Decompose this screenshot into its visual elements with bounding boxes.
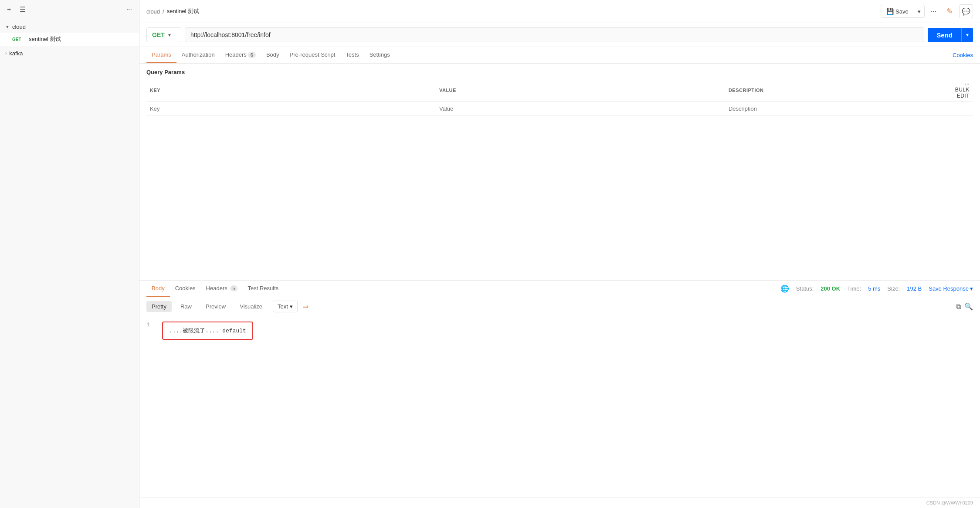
footer: CSDN @WWWh0209 — [139, 497, 980, 508]
response-tab-body[interactable]: Body — [146, 281, 170, 297]
method-chevron-icon: ▾ — [168, 32, 171, 38]
size-label: Size: — [887, 285, 900, 292]
size-value: 192 B — [907, 285, 922, 292]
add-button[interactable]: + — [5, 4, 13, 15]
tab-params[interactable]: Params — [146, 47, 176, 63]
code-content-box: ....被限流了.... default — [162, 322, 253, 340]
tab-headers[interactable]: Headers6 — [220, 47, 261, 63]
status-value: 200 OK — [821, 285, 840, 292]
sidebar-item-sentinel-label: sentinel 测试 — [29, 35, 61, 43]
params-area: Query Params KEY VALUE DESCRIPTION ··· B… — [139, 64, 980, 280]
save-dropdown-button[interactable]: ▾ — [914, 6, 924, 17]
time-label: Time: — [847, 285, 861, 292]
time-value: 5 ms — [868, 285, 880, 292]
line-number: 1 — [146, 322, 155, 340]
topbar: cloud / sentinel 测试 💾 Save ▾ ··· ✎ 💬 — [139, 0, 980, 23]
filter-button[interactable]: ☰ — [18, 3, 27, 15]
response-tab-headers[interactable]: Headers 5 — [201, 281, 243, 297]
send-button[interactable]: Send — [928, 28, 961, 42]
sidebar-toolbar: + ☰ ··· — [0, 0, 139, 19]
send-dropdown-button[interactable]: ▾ — [961, 28, 973, 41]
chevron-right-icon: › — [5, 51, 7, 56]
col-header-actions: ··· Bulk Edit — [947, 79, 973, 102]
response-tabs: Body Cookies Headers 5 Test Results 🌐 St… — [139, 281, 980, 297]
params-section: Query Params KEY VALUE DESCRIPTION ··· B… — [139, 64, 980, 116]
edit-button[interactable]: ✎ — [943, 4, 956, 18]
sidebar-group-kafka-label: kafka — [9, 50, 23, 57]
status-label: Status: — [796, 285, 814, 292]
format-tab-pretty[interactable]: Pretty — [146, 301, 172, 312]
format-actions: ⧉ 🔍 — [956, 302, 973, 311]
breadcrumb-sep: / — [163, 8, 164, 15]
breadcrumb-current: sentinel 测试 — [167, 7, 199, 15]
params-table: KEY VALUE DESCRIPTION ··· Bulk Edit — [146, 79, 973, 116]
col-header-value: VALUE — [436, 79, 725, 102]
more-actions-button[interactable]: ··· — [927, 6, 940, 17]
chevron-down-icon: ▼ — [5, 24, 10, 29]
tab-authorization[interactable]: Authorization — [176, 47, 220, 63]
request-tabs: Params Authorization Headers6 Body Pre-r… — [139, 47, 980, 64]
col-header-key: KEY — [146, 79, 436, 102]
url-input[interactable] — [185, 27, 924, 42]
topbar-actions: 💾 Save ▾ ··· ✎ 💬 — [881, 4, 973, 18]
sidebar-group-kafka[interactable]: › kafka — [0, 47, 139, 59]
save-button[interactable]: 💾 Save — [881, 5, 914, 17]
col-header-description: DESCRIPTION — [725, 79, 947, 102]
code-text: ....被限流了.... default — [169, 328, 246, 334]
format-tab-visualize[interactable]: Visualize — [234, 301, 268, 312]
breadcrumb-parent: cloud — [146, 8, 160, 15]
code-line-1: 1 ....被限流了.... default — [146, 322, 973, 340]
footer-text: CSDN @WWWh0209 — [926, 500, 973, 505]
params-more-icon[interactable]: ··· — [965, 81, 970, 87]
method-label: GET — [152, 31, 165, 38]
save-response-button[interactable]: Save Response ▾ — [929, 285, 973, 292]
sidebar: + ☰ ··· ▼ cloud GET sentinel 测试 › kafka — [0, 0, 139, 508]
tab-settings[interactable]: Settings — [364, 47, 395, 63]
method-badge-get: GET — [12, 37, 25, 42]
key-input[interactable] — [150, 105, 432, 112]
format-tab-preview[interactable]: Preview — [200, 301, 231, 312]
chat-button[interactable]: 💬 — [959, 4, 973, 18]
value-input[interactable] — [439, 105, 722, 112]
save-button-group: 💾 Save ▾ — [881, 5, 925, 18]
headers-badge: 6 — [248, 52, 256, 58]
main-content: cloud / sentinel 测试 💾 Save ▾ ··· ✎ 💬 GET… — [139, 0, 980, 508]
response-headers-badge: 5 — [230, 285, 237, 291]
sidebar-more-button[interactable]: ··· — [125, 4, 134, 15]
table-row — [146, 102, 973, 116]
bulk-edit-button[interactable]: Bulk Edit — [955, 87, 970, 99]
tab-body[interactable]: Body — [261, 47, 285, 63]
format-bar: Pretty Raw Preview Visualize Text ▾ ⇒ ⧉ … — [139, 297, 980, 316]
url-bar: GET ▾ Send ▾ — [139, 23, 980, 47]
format-tab-raw[interactable]: Raw — [175, 301, 197, 312]
response-tab-testresults[interactable]: Test Results — [243, 281, 284, 297]
response-status: 🌐 Status: 200 OK Time: 5 ms Size: 192 B … — [780, 284, 973, 293]
tab-prerequest[interactable]: Pre-request Script — [285, 47, 341, 63]
query-params-title: Query Params — [146, 69, 973, 75]
sidebar-item-sentinel[interactable]: GET sentinel 测试 — [0, 33, 139, 46]
code-area: 1 ....被限流了.... default — [139, 316, 980, 497]
chevron-down-icon: ▾ — [290, 303, 293, 310]
copy-button[interactable]: ⧉ — [956, 302, 961, 311]
response-area: Body Cookies Headers 5 Test Results 🌐 St… — [139, 280, 980, 497]
description-input[interactable] — [729, 105, 943, 112]
method-select[interactable]: GET ▾ — [146, 27, 181, 42]
tab-tests[interactable]: Tests — [340, 47, 364, 63]
text-format-dropdown[interactable]: Text ▾ — [273, 301, 298, 312]
cookies-link[interactable]: Cookies — [953, 52, 973, 58]
sidebar-group-cloud-label: cloud — [12, 24, 26, 30]
search-button[interactable]: 🔍 — [964, 302, 973, 311]
response-tab-cookies[interactable]: Cookies — [170, 281, 201, 297]
sidebar-group-cloud[interactable]: ▼ cloud — [0, 21, 139, 33]
send-button-group: Send ▾ — [928, 28, 973, 42]
breadcrumb: cloud / sentinel 测试 — [146, 7, 877, 15]
globe-icon: 🌐 — [780, 284, 789, 293]
sidebar-section-cloud: ▼ cloud GET sentinel 测试 — [0, 19, 139, 47]
wrap-icon[interactable]: ⇒ — [303, 302, 309, 311]
